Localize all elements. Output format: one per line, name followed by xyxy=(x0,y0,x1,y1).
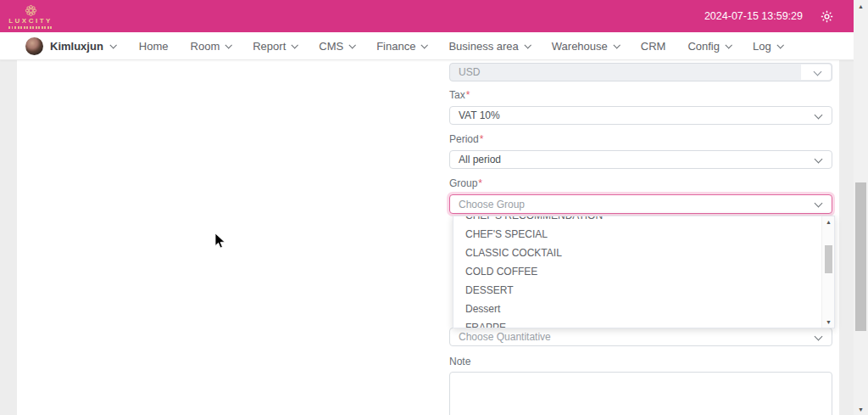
note-label: Note xyxy=(449,356,470,367)
lotus-ornament-icon xyxy=(25,4,37,17)
currency-value: USD xyxy=(459,66,480,78)
required-asterisk: * xyxy=(466,89,470,101)
nav-label: Report xyxy=(253,40,286,53)
select-chevron-cap xyxy=(801,64,831,80)
scroll-down-arrow-icon[interactable]: ▼ xyxy=(822,317,835,328)
user-menu[interactable]: Kimluxjun xyxy=(25,37,115,55)
nav-item-business-area[interactable]: Business area xyxy=(448,40,529,53)
scroll-up-arrow-icon[interactable]: ▲ xyxy=(854,0,868,12)
user-avatar xyxy=(25,37,43,55)
currency-select[interactable]: USD xyxy=(449,63,832,81)
tax-value: VAT 10% xyxy=(459,109,500,121)
nav-label: Finance xyxy=(376,40,415,53)
group-option[interactable]: DESSERT xyxy=(453,281,834,300)
group-option[interactable]: CLASSIC COCKTAIL xyxy=(453,244,834,262)
group-option[interactable]: Dessert xyxy=(453,300,834,318)
tax-select[interactable]: VAT 10% xyxy=(449,106,832,125)
settings-gear-icon[interactable] xyxy=(820,9,834,24)
datetime-display: 2024-07-15 13:59:29 xyxy=(704,10,803,22)
chevron-down-icon xyxy=(109,42,116,48)
nav-item-crm[interactable]: CRM xyxy=(641,40,666,53)
scrollbar-thumb[interactable] xyxy=(855,182,866,331)
app-header: LUXCITY 2024-07-15 13:59:29 xyxy=(0,0,868,32)
nav-label: Room xyxy=(191,40,220,53)
nav-label: CRM xyxy=(641,40,666,53)
group-option[interactable]: CHEF'S RECOMMENDATION xyxy=(453,216,834,225)
group-placeholder: Choose Group xyxy=(459,199,525,210)
dropdown-scrollbar-thumb[interactable] xyxy=(825,245,832,273)
page-content: USD Tax* VAT 10% Period* All period Grou… xyxy=(0,60,868,415)
user-name: Kimluxjun xyxy=(50,40,103,53)
nav-label: CMS xyxy=(319,40,343,53)
chevron-down-icon xyxy=(725,42,732,48)
nav-item-log[interactable]: Log xyxy=(753,40,782,53)
group-option[interactable]: CHEF'S SPECIAL xyxy=(453,225,834,244)
scroll-up-arrow-icon[interactable]: ▲ xyxy=(822,216,835,227)
nav-item-home[interactable]: Home xyxy=(139,40,169,53)
group-select[interactable]: Choose Group xyxy=(449,194,832,214)
nav-item-cms[interactable]: CMS xyxy=(319,40,354,53)
period-label: Period* xyxy=(449,133,483,145)
dropdown-scrollbar[interactable]: ▲ ▼ xyxy=(821,216,834,328)
chevron-down-icon xyxy=(815,155,823,164)
chevron-down-icon xyxy=(613,42,620,48)
form-card: USD Tax* VAT 10% Period* All period Grou… xyxy=(17,60,839,415)
nav-label: Business area xyxy=(448,40,518,53)
nav-label: Config xyxy=(687,40,720,53)
group-label: Group* xyxy=(449,177,482,189)
brand-name: LUXCITY xyxy=(8,18,53,25)
required-asterisk: * xyxy=(480,133,484,145)
chevron-down-icon xyxy=(225,42,232,48)
chevron-down-icon xyxy=(776,42,783,48)
scroll-down-arrow-icon[interactable]: ▼ xyxy=(854,403,868,415)
tax-label: Tax* xyxy=(449,89,470,101)
chevron-down-icon xyxy=(421,42,428,48)
chevron-down-icon xyxy=(292,42,298,48)
group-option[interactable]: FRAPPE xyxy=(453,318,834,328)
chevron-down-icon xyxy=(814,68,822,76)
group-option[interactable]: COLD COFFEE xyxy=(453,262,834,281)
nav-item-room[interactable]: Room xyxy=(191,40,231,53)
required-asterisk: * xyxy=(478,177,482,189)
note-textarea[interactable] xyxy=(449,372,832,415)
browser-scrollbar[interactable]: ▲ ▼ xyxy=(854,0,868,415)
period-value: All period xyxy=(459,154,501,165)
chevron-down-icon xyxy=(815,199,823,208)
nav-label: Home xyxy=(139,40,169,53)
brand-tagline xyxy=(8,26,53,29)
nav-item-config[interactable]: Config xyxy=(687,40,731,53)
period-select[interactable]: All period xyxy=(449,150,832,169)
nav-item-warehouse[interactable]: Warehouse xyxy=(552,40,619,53)
chevron-down-icon xyxy=(815,333,823,341)
chevron-down-icon xyxy=(349,42,356,48)
quantitative-select[interactable]: Choose Quantitative xyxy=(449,328,832,346)
group-options-dropdown: CHEF'S RECOMMENDATION CHEF'S SPECIAL CLA… xyxy=(453,216,835,328)
brand-logo[interactable]: LUXCITY xyxy=(8,4,53,29)
nav-label: Log xyxy=(753,40,771,53)
nav-item-finance[interactable]: Finance xyxy=(376,40,426,53)
nav-label: Warehouse xyxy=(552,40,608,53)
quantitative-placeholder: Choose Quantitative xyxy=(459,331,551,343)
chevron-down-icon xyxy=(524,42,531,48)
nav-item-report[interactable]: Report xyxy=(253,40,297,53)
main-nav: Kimluxjun Home Room Report CMS Finance B… xyxy=(0,32,868,60)
chevron-down-icon xyxy=(815,111,823,120)
